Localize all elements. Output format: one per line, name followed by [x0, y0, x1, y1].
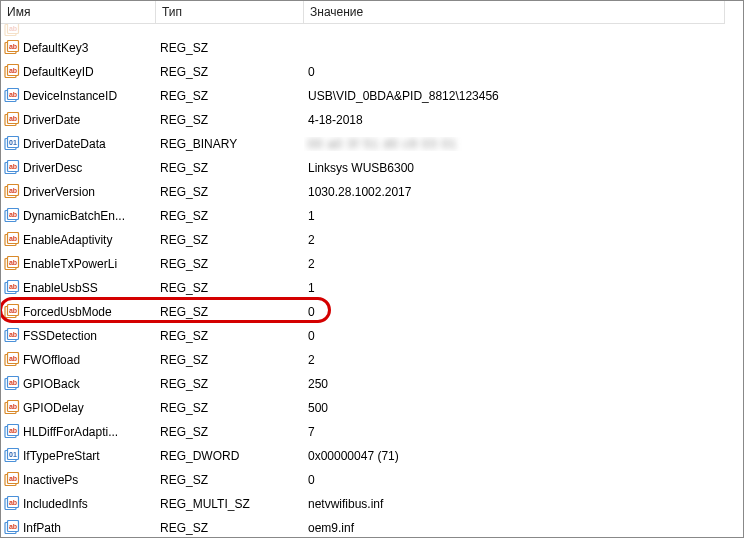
name-text: EnableUsbSS [23, 281, 98, 295]
cell-type: REG_BINARY [156, 137, 304, 151]
column-header-name[interactable]: Имя [1, 1, 156, 23]
cell-type: REG_SZ [156, 209, 304, 223]
cell-value: 7 [304, 425, 725, 439]
cell-type: REG_SZ [156, 65, 304, 79]
table-row-partial: ab [1, 24, 725, 36]
cell-type: REG_SZ [156, 257, 304, 271]
table-row[interactable]: ab InactivePsREG_SZ0 [1, 468, 725, 492]
cell-type: REG_SZ [156, 233, 304, 247]
table-row[interactable]: ab GPIODelayREG_SZ500 [1, 396, 725, 420]
cell-type: REG_DWORD [156, 449, 304, 463]
cell-name: ab FWOffload [1, 352, 156, 368]
cell-type: REG_SZ [156, 281, 304, 295]
string-icon: ab [4, 472, 20, 488]
name-text: DriverVersion [23, 185, 95, 199]
name-text: DriverDate [23, 113, 80, 127]
cell-type: REG_SZ [156, 113, 304, 127]
cell-name: ab InactivePs [1, 472, 156, 488]
table-row[interactable]: ab InfPathREG_SZoem9.inf [1, 516, 725, 537]
table-row[interactable]: ab DeviceInstanceIDREG_SZUSB\VID_0BDA&PI… [1, 84, 725, 108]
table-row[interactable]: 01 IfTypePreStartREG_DWORD0x00000047 (71… [1, 444, 725, 468]
string-icon: ab [4, 184, 20, 200]
cell-value: 0 [304, 305, 725, 319]
cell-value: oem9.inf [304, 521, 725, 535]
svg-text:ab: ab [9, 283, 17, 290]
table-row[interactable]: ab GPIOBackREG_SZ250 [1, 372, 725, 396]
column-header-row: Имя Тип Значение [1, 1, 725, 24]
svg-text:ab: ab [9, 355, 17, 362]
cell-type: REG_SZ [156, 329, 304, 343]
cell-value: 0 [304, 329, 725, 343]
blurred-value: 00 a0 3f 51 d0 c9 03 01 [308, 137, 457, 151]
svg-text:ab: ab [9, 523, 17, 530]
table-row[interactable]: ab HLDiffForAdapti...REG_SZ7 [1, 420, 725, 444]
cell-value: 0 [304, 65, 725, 79]
name-text: IncludedInfs [23, 497, 88, 511]
cell-type: REG_SZ [156, 521, 304, 535]
cell-value: 1 [304, 281, 725, 295]
cell-type: REG_SZ [156, 305, 304, 319]
cell-value: 1 [304, 209, 725, 223]
table-row[interactable]: ab FWOffloadREG_SZ2 [1, 348, 725, 372]
table-row[interactable]: ab DriverDateREG_SZ4-18-2018 [1, 108, 725, 132]
svg-text:ab: ab [9, 259, 17, 266]
svg-text:ab: ab [9, 235, 17, 242]
svg-text:ab: ab [9, 211, 17, 218]
svg-text:ab: ab [9, 115, 17, 122]
cell-name: ab EnableUsbSS [1, 280, 156, 296]
svg-text:ab: ab [9, 163, 17, 170]
string-icon: ab [4, 400, 20, 416]
cell-name: ab GPIODelay [1, 400, 156, 416]
binary-icon: 01 [4, 448, 20, 464]
table-row[interactable]: ab FSSDetectionREG_SZ0 [1, 324, 725, 348]
string-icon: ab [4, 208, 20, 224]
name-text: EnableTxPowerLi [23, 257, 117, 271]
svg-text:ab: ab [9, 331, 17, 338]
table-row[interactable]: ab IncludedInfsREG_MULTI_SZnetvwifibus.i… [1, 492, 725, 516]
string-icon: ab [4, 256, 20, 272]
table-row[interactable]: ab ForcedUsbModeREG_SZ0 [1, 300, 725, 324]
name-text: IfTypePreStart [23, 449, 100, 463]
name-text: GPIOBack [23, 377, 80, 391]
column-header-type[interactable]: Тип [156, 1, 304, 23]
column-header-value[interactable]: Значение [304, 1, 725, 23]
binary-icon: 01 [4, 136, 20, 152]
table-row[interactable]: ab DriverVersionREG_SZ1030.28.1002.2017 [1, 180, 725, 204]
table-row[interactable]: ab EnableTxPowerLiREG_SZ2 [1, 252, 725, 276]
cell-name: ab InfPath [1, 520, 156, 536]
cell-name: ab DriverDesc [1, 160, 156, 176]
cell-name: ab HLDiffForAdapti... [1, 424, 156, 440]
cell-type: REG_MULTI_SZ [156, 497, 304, 511]
cell-value: 2 [304, 353, 725, 367]
cell-name: ab EnableTxPowerLi [1, 256, 156, 272]
cell-value: 4-18-2018 [304, 113, 725, 127]
string-icon: ab [4, 64, 20, 80]
cell-type: REG_SZ [156, 473, 304, 487]
table-row[interactable]: ab DriverDescREG_SZLinksys WUSB6300 [1, 156, 725, 180]
cell-type: REG_SZ [156, 425, 304, 439]
table-row[interactable]: ab EnableAdaptivityREG_SZ2 [1, 228, 725, 252]
svg-text:ab: ab [9, 403, 17, 410]
cell-name: 01 DriverDateData [1, 136, 156, 152]
string-icon: ab [4, 352, 20, 368]
name-text: ForcedUsbMode [23, 305, 112, 319]
cell-name: ab DeviceInstanceID [1, 88, 156, 104]
name-text: DriverDesc [23, 161, 82, 175]
svg-text:ab: ab [9, 43, 17, 50]
svg-text:ab: ab [9, 307, 17, 314]
cell-name: ab DriverVersion [1, 184, 156, 200]
svg-text:ab: ab [9, 25, 17, 32]
name-text: DefaultKey3 [23, 41, 88, 55]
string-icon: ab [4, 160, 20, 176]
table-row[interactable]: ab DefaultKey3REG_SZ [1, 36, 725, 60]
cell-value: 2 [304, 233, 725, 247]
registry-listview[interactable]: Имя Тип Значение ab ab DefaultKey3REG_SZ… [1, 1, 725, 537]
table-row[interactable]: ab EnableUsbSSREG_SZ1 [1, 276, 725, 300]
svg-text:01: 01 [9, 451, 17, 458]
cell-name: ab IncludedInfs [1, 496, 156, 512]
table-row[interactable]: ab DynamicBatchEn...REG_SZ1 [1, 204, 725, 228]
name-text: GPIODelay [23, 401, 84, 415]
table-row[interactable]: 01 DriverDateDataREG_BINARY00 a0 3f 51 d… [1, 132, 725, 156]
string-icon: ab [4, 304, 20, 320]
table-row[interactable]: ab DefaultKeyIDREG_SZ0 [1, 60, 725, 84]
